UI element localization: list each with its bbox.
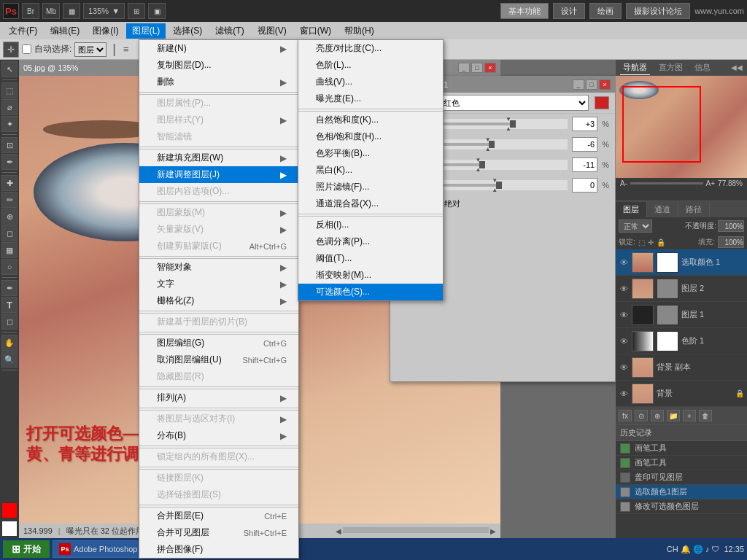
history-item-2[interactable]: 盖印可见图层 (616, 470, 747, 485)
history-item-0[interactable]: 画笔工具 (616, 441, 747, 456)
shape-tool[interactable]: ◻ (1, 314, 18, 330)
history-item-3[interactable]: 选取颜色1图层 (616, 485, 747, 499)
healing-tool[interactable]: ✚ (1, 175, 18, 191)
layer-eye-1[interactable]: 👁 (619, 284, 629, 294)
menu-new-fill[interactable]: 新建填充图层(W)▶ (139, 149, 298, 166)
history-item-1[interactable]: 画笔工具 (616, 456, 747, 470)
eyedropper-tool[interactable]: ✒ (1, 154, 18, 170)
tab-info[interactable]: 信息 (692, 61, 713, 74)
adj-levels[interactable]: 色阶(L)... (298, 57, 443, 74)
layer-row-1[interactable]: 👁 图层 1 (616, 302, 747, 328)
layer-eye-2[interactable]: 👁 (619, 310, 629, 320)
adj-channelmixer[interactable]: 通道混合器(X)... (298, 195, 443, 212)
canvas-scroll-right[interactable]: ▶ (490, 527, 496, 535)
tab-paths[interactable]: 路径 (678, 202, 710, 217)
tab-channels[interactable]: 通道 (647, 202, 678, 217)
adj-close[interactable]: × (599, 79, 611, 90)
menu-edit[interactable]: 编辑(E) (44, 23, 85, 39)
menu-distribute[interactable]: 分布(B)▶ (139, 427, 298, 444)
marquee-tool[interactable]: ⬚ (1, 82, 18, 98)
menu-help[interactable]: 帮助(H) (338, 23, 380, 39)
eraser-tool[interactable]: ◻ (1, 225, 18, 241)
canvas-scroll-left[interactable]: ◀ (336, 527, 341, 535)
clone-tool[interactable]: ⊕ (1, 209, 18, 225)
view-toggle[interactable]: ▦ (63, 3, 80, 19)
adj-posterize[interactable]: 色调分离(P)... (298, 233, 443, 250)
move-tool-options[interactable]: ✛ (3, 42, 19, 58)
canvas-minimize[interactable]: _ (458, 63, 470, 73)
menu-merge-visible[interactable]: 合并可见图层Shift+Ctrl+E (139, 524, 298, 541)
mb-button[interactable]: Mb (42, 3, 60, 19)
lock-position[interactable]: ✛ (648, 238, 654, 246)
adj-minimize[interactable]: _ (573, 79, 584, 90)
wand-tool[interactable]: ✦ (1, 116, 18, 132)
add-style-btn[interactable]: fx (619, 410, 632, 421)
adj-invert[interactable]: 反相(I)... (298, 217, 443, 233)
pen-tool[interactable]: ✒ (1, 280, 18, 296)
lock-pixels[interactable]: ⬚ (638, 238, 645, 246)
adj-colorbalance[interactable]: 色彩平衡(B)... (298, 145, 443, 162)
background-color[interactable] (1, 521, 18, 537)
menu-filter[interactable]: 滤镜(T) (209, 23, 249, 39)
start-button[interactable]: ⊞ 开始 (3, 540, 50, 558)
adj-cyan-value[interactable] (572, 117, 597, 131)
adj-yellow-slider[interactable]: ▼ ▲ (430, 160, 568, 170)
arrange-btn[interactable]: ⊞ (128, 3, 145, 19)
br-button[interactable]: Br (22, 3, 39, 19)
adj-selectivecolor[interactable]: 可选颜色(S)... (298, 284, 443, 300)
layer-eye-0[interactable]: 👁 (619, 257, 629, 268)
menu-text[interactable]: 文字▶ (139, 276, 298, 292)
workspace-photo[interactable]: 摄影设计论坛 (626, 3, 690, 19)
menu-image[interactable]: 图像(I) (87, 23, 124, 39)
gradient-tool[interactable]: ▦ (1, 242, 18, 258)
canvas-close[interactable]: × (484, 63, 496, 73)
canvas-hscroll[interactable] (343, 527, 489, 533)
lock-all[interactable]: 🔒 (657, 238, 665, 246)
adj-black-slider[interactable]: ▼ ▲ (430, 180, 568, 190)
blend-mode-select[interactable]: 正常 (619, 219, 652, 233)
menu-new-adjustment[interactable]: 新建调整图层(J)▶ (139, 166, 298, 183)
layer-eye-5[interactable]: 👁 (619, 389, 629, 399)
add-group-btn[interactable]: 📁 (667, 410, 680, 421)
tab-histogram[interactable]: 直方图 (656, 61, 686, 74)
menu-select[interactable]: 选择(S) (167, 23, 208, 39)
adj-vibrance[interactable]: 自然饱和度(K)... (298, 112, 443, 128)
adj-bw[interactable]: 黑白(K)... (298, 162, 443, 179)
zoom-display[interactable]: 135% ▼ (83, 3, 125, 19)
foreground-color[interactable] (1, 502, 18, 518)
move-tool[interactable]: ↖ (1, 61, 18, 77)
delete-layer-btn[interactable]: 🗑 (699, 410, 712, 421)
zoom-tool[interactable]: 🔍 (1, 351, 18, 368)
menu-arrange[interactable]: 排列(A)▶ (139, 389, 298, 406)
adj-photofilter[interactable]: 照片滤镜(F)... (298, 179, 443, 195)
layer-row-2[interactable]: 👁 图层 2 (616, 276, 747, 302)
layer-row-levels[interactable]: 👁 色阶 1 (616, 328, 747, 354)
history-item-4[interactable]: 修改可选颜色图层 (616, 499, 747, 514)
auto-select-checkbox[interactable] (22, 44, 31, 54)
add-layer-btn[interactable]: + (683, 410, 696, 421)
adj-yellow-value[interactable] (572, 158, 597, 172)
zoom-out-btn[interactable]: A- (620, 179, 627, 187)
menu-file[interactable]: 文件(F) (3, 23, 43, 39)
adj-black-value[interactable] (572, 178, 597, 192)
menu-window[interactable]: 窗口(W) (294, 23, 337, 39)
tab-navigator[interactable]: 导航器 (620, 61, 650, 75)
text-tool[interactable]: T (1, 297, 18, 313)
menu-group[interactable]: 图层编组(G)Ctrl+G (139, 335, 298, 351)
adj-maximize[interactable]: □ (586, 79, 597, 90)
brush-tool[interactable]: ✏ (1, 192, 18, 208)
auto-select-type[interactable]: 图层 (74, 42, 107, 57)
workspace-paint[interactable]: 绘画 (589, 3, 622, 19)
lasso-tool[interactable]: ⌀ (1, 99, 18, 115)
adj-color-select[interactable]: 红色 黄色 青色 (437, 95, 589, 111)
add-mask-btn[interactable]: ⊙ (635, 410, 648, 421)
menu-view[interactable]: 视图(V) (252, 23, 293, 39)
adj-curves[interactable]: 曲线(V)... (298, 74, 443, 90)
menu-smart-object[interactable]: 智能对象▶ (139, 259, 298, 276)
opacity-input[interactable] (718, 220, 744, 232)
crop-tool[interactable]: ⊡ (1, 137, 18, 153)
add-adjustment-btn[interactable]: ⊕ (651, 410, 664, 421)
fill-input[interactable] (718, 236, 744, 248)
adj-exposure[interactable]: 曝光度(E)... (298, 90, 443, 107)
hand-tool[interactable]: ✋ (1, 335, 18, 351)
